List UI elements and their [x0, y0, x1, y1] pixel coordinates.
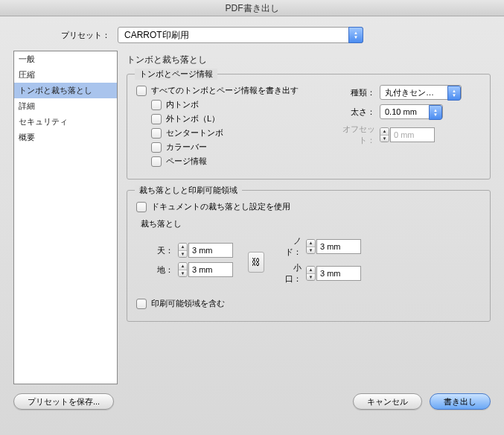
stepper-down-icon[interactable]: ▼ [179, 270, 187, 277]
bleed-inside-input[interactable]: 3 mm [316, 239, 361, 254]
bleed-top-stepper[interactable]: ▲▼ 3 mm [178, 243, 233, 258]
offset-input[interactable]: 0 mm [390, 127, 435, 142]
sidebar-item-summary[interactable]: 概要 [14, 130, 117, 145]
preset-row: プリセット： CARROT印刷用 ▲▼ [0, 16, 504, 51]
bleed-outside-label: 小口： [279, 262, 302, 285]
stepper-up-icon[interactable]: ▲ [380, 128, 389, 136]
stepper-up-icon[interactable]: ▲ [179, 244, 187, 251]
updown-arrows-icon: ▲▼ [429, 105, 442, 120]
type-select[interactable]: 丸付きセン… ▲▼ [380, 85, 462, 100]
content-pane: トンボと裁ち落とし トンボとページ情報 すべてのトンボとページ情報を書き出す 内… [127, 51, 491, 384]
sidebar-item-detail[interactable]: 詳細 [14, 98, 117, 114]
sidebar-item-compression[interactable]: 圧縮 [14, 67, 117, 83]
bleed-bottom-stepper[interactable]: ▲▼ 3 mm [178, 262, 233, 277]
preset-select[interactable]: CARROT印刷用 ▲▼ [118, 27, 363, 43]
checkbox-icon [136, 202, 147, 212]
check-all-marks[interactable]: すべてのトンボとページ情報を書き出す [136, 85, 332, 96]
bleed-outside-stepper[interactable]: ▲▼ 3 mm [306, 266, 361, 281]
window-titlebar: PDF書き出し [0, 0, 504, 16]
checkbox-icon [151, 156, 162, 167]
check-use-doc-bleed[interactable]: ドキュメントの裁ち落とし設定を使用 [136, 201, 481, 212]
sidebar: 一般 圧縮 トンボと裁ち落とし 詳細 セキュリティ 概要 [13, 51, 118, 384]
stepper-down-icon[interactable]: ▼ [179, 251, 187, 258]
stepper-down-icon[interactable]: ▼ [307, 274, 315, 281]
check-include-slug[interactable]: 印刷可能領域を含む [136, 298, 481, 309]
check-inner-trim[interactable]: 内トンボ [151, 99, 332, 110]
offset-label: オフセット： [332, 124, 375, 146]
stepper-up-icon[interactable]: ▲ [307, 240, 315, 247]
checkbox-icon [151, 100, 162, 110]
bleed-inside-stepper[interactable]: ▲▼ 3 mm [306, 239, 361, 254]
bottom-bar: プリセットを保存... キャンセル 書き出し [0, 384, 504, 419]
check-color-bar[interactable]: カラーバー [151, 142, 332, 153]
bleed-fieldset: 裁ち落としと印刷可能領域 ドキュメントの裁ち落とし設定を使用 裁ち落とし 天： … [127, 190, 491, 322]
stepper-up-icon[interactable]: ▲ [179, 263, 187, 270]
sidebar-item-security[interactable]: セキュリティ [14, 114, 117, 130]
bleed-bottom-label: 地： [151, 264, 173, 276]
check-outer-trim[interactable]: 外トンボ（L） [151, 113, 332, 124]
sidebar-item-general[interactable]: 一般 [14, 51, 117, 67]
bleed-bottom-input[interactable]: 3 mm [188, 262, 233, 277]
checkbox-icon [151, 114, 162, 124]
weight-select[interactable]: 0.10 mm ▲▼ [380, 104, 443, 119]
updown-arrows-icon: ▲▼ [348, 27, 363, 43]
sidebar-item-marks-bleed[interactable]: トンボと裁ち落とし [14, 83, 117, 98]
stepper-up-icon[interactable]: ▲ [307, 267, 315, 274]
weight-label: 太さ： [332, 107, 375, 118]
marks-fieldset: トンボとページ情報 すべてのトンボとページ情報を書き出す 内トンボ 外トンボ（L… [127, 74, 491, 180]
bleed-inside-label: ノド： [279, 235, 302, 258]
checkbox-icon [136, 299, 147, 309]
bleed-top-label: 天： [151, 245, 173, 256]
save-preset-button[interactable]: プリセットを保存... [13, 393, 114, 410]
stepper-down-icon[interactable]: ▼ [380, 136, 389, 142]
preset-value: CARROT印刷用 [124, 29, 189, 42]
offset-stepper[interactable]: ▲▼ 0 mm [380, 127, 435, 142]
check-center-trim[interactable]: センタートンボ [151, 127, 332, 139]
bleed-top-input[interactable]: 3 mm [188, 243, 233, 258]
marks-legend: トンボとページ情報 [135, 69, 217, 80]
checkbox-icon [151, 142, 162, 153]
type-label: 種類： [332, 87, 375, 98]
stepper-down-icon[interactable]: ▼ [307, 247, 315, 254]
window-title: PDF書き出し [226, 3, 279, 13]
bleed-legend: 裁ち落としと印刷可能領域 [135, 185, 242, 196]
export-button[interactable]: 書き出し [430, 393, 491, 410]
cancel-button[interactable]: キャンセル [353, 393, 422, 410]
bleed-title: 裁ち落とし [141, 218, 481, 229]
bleed-outside-input[interactable]: 3 mm [316, 266, 361, 281]
preset-label: プリセット： [13, 30, 118, 41]
checkbox-icon [151, 128, 162, 139]
section-title: トンボと裁ち落とし [127, 54, 491, 66]
check-page-info[interactable]: ページ情報 [151, 156, 332, 167]
updown-arrows-icon: ▲▼ [447, 86, 461, 101]
checkbox-icon [136, 86, 147, 96]
link-bleed-icon[interactable]: ⛓ [248, 252, 264, 273]
